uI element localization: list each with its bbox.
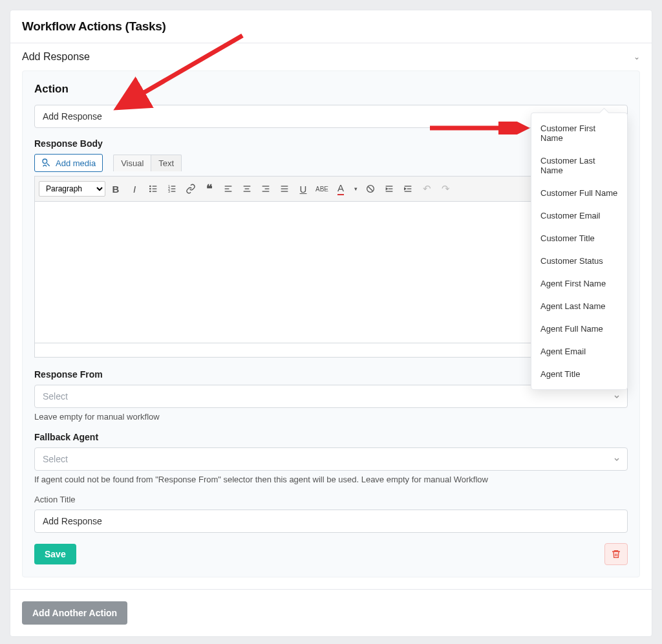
tab-visual[interactable]: Visual [113,155,151,171]
fallback-agent-hint: If agent could not be found from "Respon… [34,475,628,484]
align-right-button[interactable] [257,180,274,197]
response-from-hint: Leave empty for manual workflow [34,412,628,422]
add-another-action-button[interactable]: Add Another Action [22,601,127,625]
bold-button[interactable]: B [107,180,124,197]
shortcode-agent-first-name[interactable]: Agent First Name [531,272,627,295]
shortcode-customer-first-name[interactable]: Customer First Name [531,117,627,149]
tab-text[interactable]: Text [151,155,182,171]
outdent-button[interactable] [381,180,398,197]
section-title: Add Response [22,51,90,63]
fallback-agent-label: Fallback Agent [34,432,628,442]
card-title: Workflow Actions (Tasks) [10,10,652,43]
media-icon [41,158,52,168]
shortcode-agent-last-name[interactable]: Agent Last Name [531,295,627,317]
shortcode-customer-status[interactable]: Customer Status [531,250,627,272]
button-row: Save [34,543,628,565]
svg-point-2 [43,159,47,164]
align-left-button[interactable] [220,180,237,197]
shortcode-customer-title[interactable]: Customer Title [531,227,627,250]
svg-point-5 [150,188,151,189]
save-button[interactable]: Save [34,544,76,564]
fallback-agent-select[interactable]: Select [34,447,628,471]
redo-button[interactable]: ↷ [437,180,454,197]
chevron-down-icon: ⌄ [634,52,640,61]
svg-point-3 [150,186,151,186]
shortcode-customer-email[interactable]: Customer Email [531,204,627,227]
clear-format-button[interactable] [362,180,379,197]
undo-button[interactable]: ↶ [418,180,435,197]
number-list-button[interactable]: 123 [164,180,180,197]
workflow-actions-card: Workflow Actions (Tasks) Add Response ⌄ … [10,10,652,637]
indent-button[interactable] [400,180,416,197]
action-panel: Action Add Response Response Body Add me… [22,70,640,577]
link-button[interactable] [182,180,199,197]
shortcodes-dropdown: Customer First Name Customer Last Name C… [531,113,628,390]
svg-text:3: 3 [168,189,170,193]
action-label: Action [34,83,628,96]
shortcode-agent-email[interactable]: Agent Email [531,340,627,363]
strikethrough-button[interactable]: ABE [314,180,330,197]
card-footer: Add Another Action [10,589,652,636]
editor-tabs: Visual Text [113,155,182,171]
italic-button[interactable]: I [126,180,143,197]
trash-icon [611,549,621,559]
shortcode-customer-full-name[interactable]: Customer Full Name [531,182,627,204]
justify-button[interactable] [276,180,293,197]
align-center-button[interactable] [239,180,255,197]
section-header[interactable]: Add Response ⌄ [10,43,652,70]
svg-line-28 [368,187,373,191]
add-media-button[interactable]: Add media [34,154,103,172]
quote-button[interactable]: ❝ [201,180,218,197]
delete-button[interactable] [604,543,628,565]
shortcode-agent-full-name[interactable]: Agent Full Name [531,317,627,340]
text-color-dropdown[interactable]: ▾ [351,180,360,197]
text-color-button[interactable]: A [332,180,349,197]
shortcode-agent-title[interactable]: Agent Title [531,363,627,385]
action-title-label: Action Title [34,495,628,504]
svg-point-7 [150,191,151,191]
underline-button[interactable]: U [295,180,312,197]
shortcode-customer-last-name[interactable]: Customer Last Name [531,149,627,182]
bullet-list-button[interactable] [145,180,162,197]
paragraph-select[interactable]: Paragraph [39,181,105,197]
action-title-input[interactable] [34,510,628,533]
add-response-section: Add Response ⌄ Action Add Response [10,43,652,577]
